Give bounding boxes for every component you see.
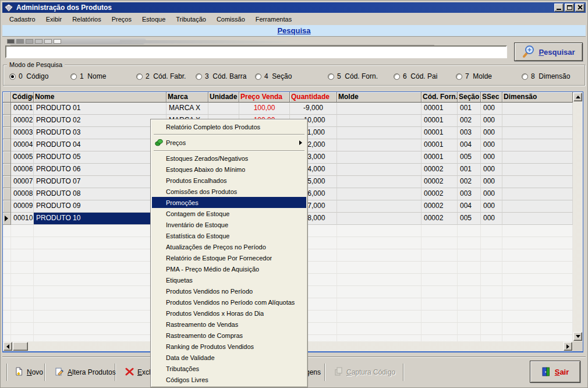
cell-secao[interactable]: 004 bbox=[458, 200, 481, 213]
context-menu-item-promocoes[interactable]: Promoções bbox=[152, 197, 306, 208]
context-menu-item-rastreamento-de-compras[interactable]: Rastreamento de Compras bbox=[152, 330, 306, 341]
cell-dimensao[interactable] bbox=[502, 151, 573, 164]
cell-dimensao[interactable] bbox=[502, 127, 573, 139]
cell-molde[interactable] bbox=[337, 151, 421, 164]
context-menu-item-inventario-de-estoque[interactable]: Inventário de Estoque bbox=[152, 219, 306, 230]
cell-dimensao[interactable] bbox=[502, 103, 573, 115]
context-menu-item-contagem-de-estoque[interactable]: Contagem de Estoque bbox=[152, 208, 306, 219]
context-menu-item-rastreamento-de-vendas[interactable]: Rastreamento de Vendas bbox=[152, 319, 306, 330]
context-menu-item-relatorio-completo-dos-produtos[interactable]: Relatório Completo dos Produtos bbox=[152, 121, 306, 132]
search-mode-option-2-cod-fabr[interactable]: 2 Cód. Fabr. bbox=[136, 72, 186, 80]
cell-secao[interactable]: 003 bbox=[458, 127, 481, 139]
context-menu-item-produtos-vendidos-no-periodo[interactable]: Produtos Vendidos no Período bbox=[152, 285, 306, 297]
menubar-item-cadastro[interactable]: Cadastro bbox=[4, 14, 41, 24]
cell-secao[interactable]: 002 bbox=[458, 115, 481, 127]
cell-ssec[interactable]: 000 bbox=[481, 213, 502, 225]
cell-codigo[interactable]: 00010 bbox=[11, 213, 34, 225]
context-menu-item-codigos-livres[interactable]: Códigos Livres bbox=[152, 374, 306, 385]
search-mode-option-6-cod-pai[interactable]: 6 Cód. Pai bbox=[394, 72, 437, 80]
context-menu-item-produtos-vendidos-no-periodo-com-aliquotas[interactable]: Produtos Vendidos no Período com Alíquot… bbox=[152, 297, 306, 308]
cell-nome[interactable]: PRODUTO 07 bbox=[34, 176, 167, 188]
cell-molde[interactable] bbox=[337, 139, 421, 151]
menubar-item-exibir[interactable]: Exibir bbox=[41, 14, 68, 24]
cell-molde[interactable] bbox=[337, 200, 421, 213]
cell-secao[interactable]: 004 bbox=[458, 139, 481, 151]
cell-cod_forn[interactable]: 00001 bbox=[421, 115, 458, 127]
cell-cod_forn[interactable]: 00001 bbox=[421, 127, 458, 139]
cell-ssec[interactable]: 000 bbox=[481, 103, 502, 115]
menubar-item-relatorios[interactable]: Relatórios bbox=[67, 14, 107, 24]
context-menu-item-pma-preco-medio-de-aquisicao[interactable]: PMA - Preço Médio de Aquisição bbox=[152, 263, 306, 274]
cell-secao[interactable]: 002 bbox=[458, 176, 481, 188]
context-menu-item-etiquetas[interactable]: Etiquetas bbox=[152, 274, 306, 285]
scroll-up-button[interactable] bbox=[573, 93, 582, 101]
cell-codigo[interactable]: 00005 bbox=[11, 151, 34, 164]
context-menu-item-estoques-zerados-negativos[interactable]: Estoques Zerados/Negativos bbox=[152, 153, 306, 164]
cell-codigo[interactable]: 00007 bbox=[11, 176, 34, 188]
search-mode-option-8-dimensao[interactable]: 8 Dimensão bbox=[522, 72, 570, 80]
menubar-item-ferramentas[interactable]: Ferramentas bbox=[250, 14, 297, 24]
menubar-item-precos[interactable]: Preços bbox=[107, 14, 137, 24]
horizontal-scroll-thumb[interactable] bbox=[13, 342, 28, 351]
search-mode-option-3-cod-barra[interactable]: 3 Cód. Barra bbox=[196, 72, 246, 80]
vertical-scrollbar[interactable] bbox=[573, 92, 583, 341]
search-input[interactable] bbox=[5, 45, 507, 58]
cell-nome[interactable]: PRODUTO 02 bbox=[34, 115, 167, 127]
maximize-button[interactable] bbox=[565, 3, 574, 12]
cell-ssec[interactable]: 000 bbox=[481, 200, 502, 213]
cell-unidade[interactable] bbox=[208, 103, 239, 115]
cell-molde[interactable] bbox=[337, 164, 421, 176]
cell-ssec[interactable]: 000 bbox=[481, 151, 502, 164]
menubar-item-tributacao[interactable]: Tributação bbox=[171, 14, 211, 24]
cell-dimensao[interactable] bbox=[502, 188, 573, 200]
cell-cod_forn[interactable]: 00002 bbox=[421, 176, 458, 188]
cell-dimensao[interactable] bbox=[502, 139, 573, 151]
context-menu-item-produtos-vendidos-x-horas-do-dia[interactable]: Produtos Vendidos x Horas do Dia bbox=[152, 308, 306, 319]
cell-molde[interactable] bbox=[337, 115, 421, 127]
cell-dimensao[interactable] bbox=[502, 200, 573, 213]
cell-cod_forn[interactable]: 00001 bbox=[421, 139, 458, 151]
context-menu-item-tributacoes[interactable]: Tributações bbox=[152, 363, 306, 374]
cell-nome[interactable]: PRODUTO 03 bbox=[34, 127, 167, 139]
cell-ssec[interactable]: 000 bbox=[481, 139, 502, 151]
cell-preco_venda[interactable]: 100,00 bbox=[239, 103, 290, 115]
cell-cod_forn[interactable]: 00001 bbox=[421, 103, 458, 115]
minimize-button[interactable] bbox=[554, 3, 564, 12]
cell-secao[interactable]: 001 bbox=[458, 164, 481, 176]
cell-codigo[interactable]: 00004 bbox=[11, 139, 34, 151]
sair-button[interactable]: Sair bbox=[530, 361, 580, 383]
cell-ssec[interactable]: 000 bbox=[481, 188, 502, 200]
cell-ssec[interactable]: 000 bbox=[481, 164, 502, 176]
cell-codigo[interactable]: 00008 bbox=[11, 188, 34, 200]
novo-button[interactable]: Novo bbox=[12, 364, 45, 381]
context-menu-item-precos[interactable]: Preços bbox=[152, 136, 306, 149]
cell-nome[interactable]: PRODUTO 09 bbox=[34, 200, 167, 213]
cell-dimensao[interactable] bbox=[502, 213, 573, 225]
search-mode-option-4-secao[interactable]: 4 Seção bbox=[255, 72, 292, 80]
context-menu-item-relatorio-de-estoque-por-fornecedor[interactable]: Relatório de Estoque Por Fornecedor bbox=[152, 252, 306, 263]
cell-cod_forn[interactable]: 00002 bbox=[421, 164, 458, 176]
cell-nome[interactable]: PRODUTO 01 bbox=[34, 103, 167, 115]
cell-molde[interactable] bbox=[337, 127, 421, 139]
context-menu-item-comissoes-dos-produtos[interactable]: Comissões dos Produtos bbox=[152, 186, 306, 197]
cell-ssec[interactable]: 000 bbox=[481, 127, 502, 139]
cell-codigo[interactable]: 00006 bbox=[11, 164, 34, 176]
cell-dimensao[interactable] bbox=[502, 164, 573, 176]
cell-codigo[interactable]: 00003 bbox=[11, 127, 34, 139]
cell-marca[interactable]: MARCA X bbox=[167, 103, 208, 115]
cell-ssec[interactable]: 000 bbox=[481, 176, 502, 188]
cell-nome[interactable]: PRODUTO 04 bbox=[34, 139, 167, 151]
cell-codigo[interactable]: 00002 bbox=[11, 115, 34, 127]
cell-cod_forn[interactable]: 00002 bbox=[421, 200, 458, 213]
context-menu-item-atualizacoes-de-precos-no-periodo[interactable]: Atualizações de Preços no Período bbox=[152, 241, 306, 252]
cell-dimensao[interactable] bbox=[502, 115, 573, 127]
cell-molde[interactable] bbox=[337, 103, 421, 115]
scroll-left-button[interactable] bbox=[3, 342, 12, 351]
cell-cod_forn[interactable]: 00002 bbox=[421, 188, 458, 200]
menubar-item-comissao[interactable]: Comissão bbox=[211, 14, 250, 24]
window-gem-icon[interactable] bbox=[5, 3, 13, 12]
search-mode-option-5-cod-forn[interactable]: 5 Cód. Forn. bbox=[328, 72, 378, 80]
cell-nome[interactable]: PRODUTO 05 bbox=[34, 151, 167, 164]
cell-nome[interactable]: PRODUTO 10 bbox=[34, 213, 167, 225]
context-menu-item-data-de-validade[interactable]: Data de Validade bbox=[152, 352, 306, 363]
